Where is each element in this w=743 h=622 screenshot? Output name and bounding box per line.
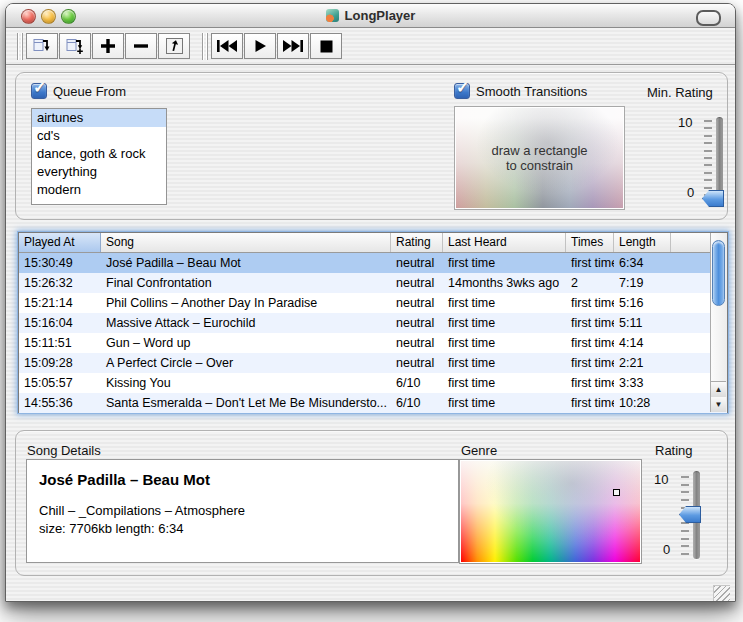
table-cell: first time bbox=[443, 333, 566, 353]
close-button[interactable] bbox=[21, 9, 36, 24]
table-cell: 3:33 bbox=[614, 373, 671, 393]
table-cell: first time bbox=[566, 393, 614, 413]
list-item[interactable]: cd's bbox=[32, 127, 166, 145]
constrain-hint-line1: draw a rectangle bbox=[491, 143, 587, 158]
table-cell: 4:14 bbox=[614, 333, 671, 353]
min-rating-max-label: 10 bbox=[678, 115, 692, 130]
table-cell: first time bbox=[566, 353, 614, 373]
table-cell: neutral bbox=[391, 353, 443, 373]
table-cell: 2 bbox=[566, 273, 614, 293]
remove-song-button[interactable] bbox=[125, 33, 157, 59]
song-details-title: José Padilla – Beau Mot bbox=[39, 471, 446, 488]
zoom-button[interactable] bbox=[61, 9, 76, 24]
table-cell: first time bbox=[443, 313, 566, 333]
table-cell: 2:21 bbox=[614, 353, 671, 373]
genre-label: Genre bbox=[461, 443, 497, 458]
scroll-down-button[interactable]: ▼ bbox=[711, 397, 726, 412]
table-cell: neutral bbox=[391, 273, 443, 293]
song-details-label: Song Details bbox=[27, 443, 101, 458]
list-item[interactable]: modern bbox=[32, 181, 166, 199]
play-button[interactable] bbox=[244, 33, 276, 59]
table-cell: 15:16:04 bbox=[19, 313, 101, 333]
table-row[interactable]: 15:16:04Massive Attack – Eurochildneutra… bbox=[19, 313, 727, 333]
transition-constrain-box[interactable]: draw a rectangle to constrain bbox=[454, 106, 625, 210]
table-cell: 14:55:36 bbox=[19, 393, 101, 413]
pointer-tool-button[interactable] bbox=[158, 33, 190, 59]
table-cell: first time bbox=[443, 353, 566, 373]
table-cell: 7:19 bbox=[614, 273, 671, 293]
toolbar-drag-handle[interactable] bbox=[202, 33, 208, 60]
queue-settings-group: Queue From airtunescd'sdance, goth & roc… bbox=[15, 72, 728, 220]
table-cell: first time bbox=[443, 253, 566, 273]
column-header-song[interactable]: Song bbox=[101, 233, 391, 252]
resize-grip[interactable] bbox=[713, 585, 730, 601]
table-cell: 6/10 bbox=[391, 373, 443, 393]
column-header-times[interactable]: Times bbox=[566, 233, 614, 252]
app-icon bbox=[326, 9, 339, 22]
stop-button[interactable] bbox=[310, 33, 342, 59]
list-item[interactable]: everything bbox=[32, 163, 166, 181]
column-header-played-at[interactable]: Played At bbox=[19, 233, 101, 252]
table-cell: Massive Attack – Eurochild bbox=[101, 313, 391, 333]
table-row[interactable]: 15:21:14Phil Collins – Another Day In Pa… bbox=[19, 293, 727, 313]
min-rating-label: Min. Rating bbox=[647, 85, 713, 100]
next-track-icon bbox=[282, 38, 304, 54]
scrollbar-thumb[interactable] bbox=[712, 240, 725, 306]
rating-min-label: 0 bbox=[663, 542, 670, 557]
min-rating-slider-thumb[interactable] bbox=[702, 190, 724, 207]
table-header: Played AtSongRatingLast HeardTimesLength bbox=[19, 233, 727, 253]
column-header-length[interactable]: Length bbox=[614, 233, 671, 252]
table-cell: 10:28 bbox=[614, 393, 671, 413]
scroll-up-button[interactable]: ▲ bbox=[711, 382, 726, 397]
table-row[interactable]: 15:11:51Gun – Word upneutralfirst timefi… bbox=[19, 333, 727, 353]
column-header-last-heard[interactable]: Last Heard bbox=[443, 233, 566, 252]
table-row[interactable]: 15:09:28A Perfect Circle – Overneutralfi… bbox=[19, 353, 727, 373]
table-cell: 5:16 bbox=[614, 293, 671, 313]
queue-from-checkbox[interactable] bbox=[31, 83, 47, 99]
table-cell: 6:34 bbox=[614, 253, 671, 273]
min-rating-min-label: 0 bbox=[687, 185, 694, 200]
next-track-button[interactable] bbox=[277, 33, 309, 59]
previous-track-button[interactable] bbox=[211, 33, 243, 59]
table-cell: first time bbox=[443, 393, 566, 413]
smooth-transitions-checkbox[interactable] bbox=[454, 83, 470, 99]
list-item[interactable]: dance, goth & rock bbox=[32, 145, 166, 163]
table-cell: 15:11:51 bbox=[19, 333, 101, 353]
table-row[interactable]: 15:26:32Final Confrontationneutral14mont… bbox=[19, 273, 727, 293]
toolbar-drag-handle[interactable] bbox=[17, 33, 23, 60]
genre-marker[interactable] bbox=[613, 489, 620, 496]
append-song-button[interactable] bbox=[59, 33, 91, 59]
table-scrollbar[interactable]: ▲ ▼ bbox=[710, 233, 727, 412]
song-details-genre-line: Chill – _Compilations – Atmosphere bbox=[39, 502, 446, 520]
arrow-down-icon: ▼ bbox=[715, 400, 723, 409]
table-cell: first time bbox=[566, 293, 614, 313]
append-song-icon bbox=[66, 38, 85, 54]
table-cell: neutral bbox=[391, 313, 443, 333]
column-header-rating[interactable]: Rating bbox=[391, 233, 443, 252]
rating-slider-thumb[interactable] bbox=[679, 506, 701, 523]
table-cell: 6/10 bbox=[391, 393, 443, 413]
table-row[interactable]: 14:55:36Santa Esmeralda – Don't Let Me B… bbox=[19, 393, 727, 413]
window-title: LongPlayer bbox=[345, 8, 416, 23]
list-item[interactable]: airtunes bbox=[32, 109, 166, 127]
table-cell: 5:11 bbox=[614, 313, 671, 333]
minimize-button[interactable] bbox=[41, 9, 56, 24]
add-song-button[interactable] bbox=[92, 33, 124, 59]
pointer-tool-icon bbox=[165, 37, 184, 55]
genre-color-field[interactable] bbox=[459, 459, 642, 564]
stop-icon bbox=[319, 39, 334, 54]
table-cell: Kissing You bbox=[101, 373, 391, 393]
screen: LongPlayer bbox=[0, 0, 743, 622]
table-row[interactable]: 15:05:57Kissing You6/10first timefirst t… bbox=[19, 373, 727, 393]
table-row[interactable]: 15:30:49José Padilla – Beau Motneutralfi… bbox=[19, 253, 727, 273]
table-cell: 15:05:57 bbox=[19, 373, 101, 393]
copy-song-button[interactable] bbox=[26, 33, 58, 59]
constrain-gradient: draw a rectangle to constrain bbox=[456, 108, 623, 208]
title-bar[interactable]: LongPlayer bbox=[6, 4, 735, 28]
table-cell: 14months 3wks ago bbox=[443, 273, 566, 293]
previous-track-icon bbox=[216, 38, 238, 54]
plus-icon bbox=[99, 37, 117, 55]
queue-from-list[interactable]: airtunescd'sdance, goth & rockeverything… bbox=[31, 108, 167, 205]
toolbar-toggle-button[interactable] bbox=[696, 10, 721, 26]
toolbar bbox=[6, 28, 735, 65]
